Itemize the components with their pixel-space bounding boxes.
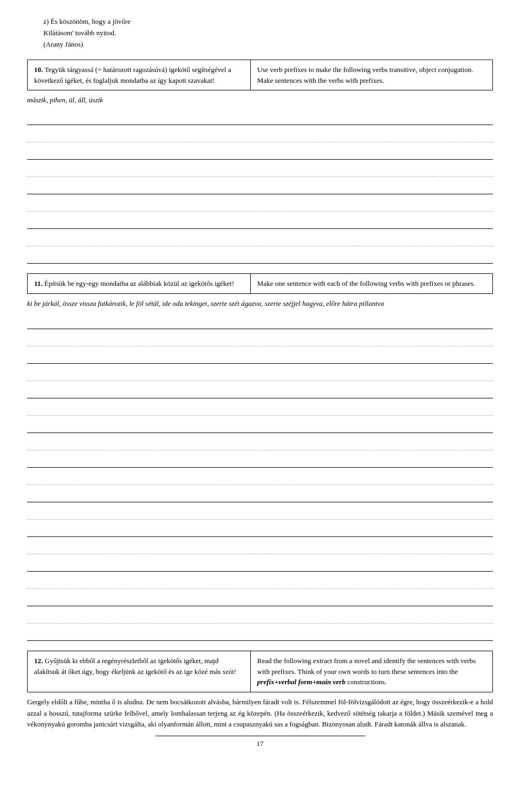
writing-line-dashed[interactable]: [27, 231, 493, 246]
page: z) És köszönöm, hogy a jövőre Kilátásom'…: [0, 0, 520, 812]
paragraph-1-text: Gergely eldőlt a fűbe, mintha ő is aludn…: [27, 698, 493, 729]
writing-line-dashed[interactable]: [27, 574, 493, 589]
page-number: 17: [27, 739, 493, 748]
writing-line[interactable]: [27, 418, 493, 433]
poem-section: z) És köszönöm, hogy a jövőre Kilátásom'…: [27, 16, 493, 50]
section12-right-text-part1: Read the following extract from a novel …: [257, 657, 476, 676]
section11-header: 11. Építsük be egy-egy mondatba az alább…: [27, 273, 493, 294]
writing-line-dashed[interactable]: [27, 470, 493, 485]
section12-number: 12.: [34, 657, 43, 665]
writing-line[interactable]: [27, 110, 493, 125]
paragraph-1: Gergely eldőlt a fűbe, mintha ő is aludn…: [27, 697, 493, 730]
writing-line[interactable]: [27, 591, 493, 606]
section11-left-text: Építsük be egy-egy mondatba az alábbiak …: [44, 279, 235, 287]
writing-line[interactable]: [27, 626, 493, 641]
writing-line-dashed[interactable]: [27, 505, 493, 520]
writing-line[interactable]: [27, 349, 493, 364]
section12-right-text-part2: constructions.: [346, 678, 387, 686]
writing-line[interactable]: [27, 556, 493, 572]
section11-right: Make one sentence with each of the follo…: [251, 274, 492, 293]
writing-line[interactable]: [27, 383, 493, 398]
section10-number: 10.: [34, 66, 43, 74]
writing-line-dashed[interactable]: [27, 401, 493, 416]
section11-right-text: Make one sentence with each of the follo…: [257, 279, 476, 287]
writing-line-dashed[interactable]: [27, 608, 493, 624]
writing-line[interactable]: [27, 179, 493, 194]
section12-left-text: Gyűjtsük ki ebből a regényrészletből az …: [34, 657, 236, 676]
writing-line[interactable]: [27, 314, 493, 329]
section10-wordlist: mászik, pihen, ül, áll, úszik: [27, 96, 493, 104]
poem-attribution: (Arany János): [43, 39, 131, 50]
bottom-separator: [155, 736, 365, 736]
section11-number: 11.: [34, 279, 43, 287]
section10-right-text: Use verb prefixes to make the following …: [257, 66, 473, 84]
writing-line-dashed[interactable]: [27, 162, 493, 177]
section10-left-text: Tegyük tárgyassá (= határozott ragozásúv…: [34, 66, 231, 84]
writing-line[interactable]: [27, 522, 493, 537]
writing-line[interactable]: [27, 145, 493, 160]
section10-header: 10. Tegyük tárgyassá (= határozott ragoz…: [27, 60, 493, 90]
writing-line-dashed[interactable]: [27, 331, 493, 346]
poem-block: z) És köszönöm, hogy a jövőre Kilátásom'…: [43, 16, 131, 50]
writing-line[interactable]: [27, 214, 493, 229]
writing-line-dashed[interactable]: [27, 366, 493, 381]
writing-line[interactable]: [27, 248, 493, 264]
section11-wordlist: ki be járkál, össze vissza futkározik, l…: [27, 298, 493, 309]
writing-line-dashed[interactable]: [27, 127, 493, 142]
section10-lines: [27, 110, 493, 264]
poem-line2: Kilátásom' tovább nyitod.: [43, 28, 131, 39]
writing-line-dashed[interactable]: [27, 539, 493, 554]
section12-right-text-italic: prefix+verbal form+main verb: [257, 678, 346, 686]
section12-left: 12. Gyűjtsük ki ebből a regényrészletből…: [28, 651, 251, 692]
section12-header: 12. Gyűjtsük ki ebből a regényrészletből…: [27, 651, 493, 692]
poem-line1: z) És köszönöm, hogy a jövőre: [43, 16, 131, 28]
writing-line[interactable]: [27, 453, 493, 468]
section10-right: Use verb prefixes to make the following …: [251, 60, 492, 90]
section11-left: 11. Építsük be egy-egy mondatba az alább…: [28, 274, 251, 293]
writing-line-dashed[interactable]: [27, 435, 493, 450]
writing-line[interactable]: [27, 487, 493, 502]
section10-left: 10. Tegyük tárgyassá (= határozott ragoz…: [28, 60, 251, 90]
section11-lines: [27, 314, 493, 641]
writing-line-dashed[interactable]: [27, 197, 493, 212]
section12-right: Read the following extract from a novel …: [251, 651, 492, 692]
